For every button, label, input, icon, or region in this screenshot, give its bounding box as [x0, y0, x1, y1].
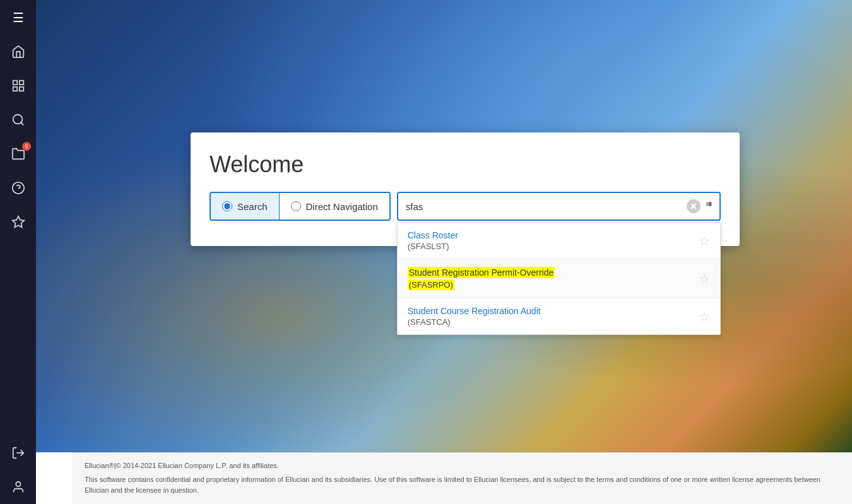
- result-name-1: Class Roster: [408, 230, 692, 240]
- result-code-wrap-2: (SFASRPO): [408, 278, 692, 290]
- search-input[interactable]: [406, 201, 687, 212]
- result-text-1: Class Roster (SFASLST): [408, 230, 692, 251]
- footer: Ellucian®|© 2014-2021 Ellucian Company L…: [72, 452, 852, 504]
- tab-direct-label: Direct Navigation: [306, 201, 378, 212]
- search-input-icons: [687, 199, 714, 214]
- favorite-star-2[interactable]: ☆: [699, 271, 710, 286]
- result-text-3: Student Course Registration Audit (SFAST…: [408, 306, 692, 327]
- footer-line1: Ellucian®|© 2014-2021 Ellucian Company L…: [85, 460, 839, 472]
- svg-point-10: [16, 482, 20, 486]
- nav-tabs: Search Direct Navigation: [210, 192, 391, 221]
- menu-toggle[interactable]: ☰: [0, 0, 36, 35]
- clear-search-icon[interactable]: [687, 199, 701, 213]
- svg-point-4: [13, 115, 22, 124]
- result-code-3: (SFASTCA): [408, 317, 692, 327]
- background-area: Welcome Search Direct Navigation: [36, 0, 852, 452]
- result-text-2: Student Registration Permit-Override (SF…: [408, 267, 692, 290]
- favorite-star-1[interactable]: ☆: [699, 233, 710, 249]
- modal-title: Welcome: [210, 151, 721, 178]
- main-content: Welcome Search Direct Navigation: [36, 0, 852, 504]
- result-name-3: Student Course Registration Audit: [408, 306, 692, 316]
- sidebar-item-grid[interactable]: [0, 69, 36, 103]
- svg-rect-0: [13, 81, 16, 85]
- svg-line-5: [21, 122, 23, 125]
- result-code-1: (SFASLST): [408, 242, 692, 251]
- sidebar: ☰ 5: [0, 0, 36, 504]
- svg-rect-3: [19, 87, 23, 91]
- search-radio[interactable]: [222, 201, 232, 211]
- tab-search[interactable]: Search: [211, 193, 279, 220]
- svg-rect-1: [19, 81, 23, 85]
- sidebar-item-favorites[interactable]: [0, 205, 36, 239]
- favorite-star-3[interactable]: ☆: [699, 309, 710, 324]
- result-item-2[interactable]: Student Registration Permit-Override (SF…: [398, 259, 720, 298]
- footer-line2: This software contains confidential and …: [85, 474, 839, 496]
- hamburger-icon: ☰: [13, 10, 24, 25]
- tab-search-label: Search: [237, 201, 268, 212]
- welcome-modal: Welcome Search Direct Navigation: [191, 132, 740, 246]
- modal-body: Search Direct Navigation: [210, 192, 721, 221]
- search-box-wrap: Class Roster (SFASLST) ☆ Student Registr…: [397, 192, 721, 221]
- sort-icon[interactable]: [703, 199, 714, 214]
- folder-badge: 5: [22, 142, 31, 151]
- svg-marker-8: [12, 216, 23, 227]
- sidebar-item-help[interactable]: [0, 171, 36, 205]
- result-code-highlighted-2: (SFASRPO): [408, 279, 454, 290]
- tab-direct[interactable]: Direct Navigation: [280, 193, 389, 220]
- svg-rect-2: [13, 87, 16, 91]
- sidebar-item-home[interactable]: [0, 35, 36, 69]
- search-input-row: [397, 192, 721, 221]
- sidebar-item-signout[interactable]: [0, 436, 36, 470]
- result-name-2: Student Registration Permit-Override: [408, 267, 692, 278]
- result-name-highlighted-2: Student Registration Permit-Override: [408, 267, 555, 278]
- sidebar-item-user[interactable]: [0, 470, 36, 504]
- result-item-1[interactable]: Class Roster (SFASLST) ☆: [398, 223, 720, 259]
- result-item-3[interactable]: Student Course Registration Audit (SFAST…: [398, 298, 720, 334]
- sidebar-item-search[interactable]: [0, 103, 36, 137]
- search-results-dropdown: Class Roster (SFASLST) ☆ Student Registr…: [397, 222, 721, 335]
- sidebar-item-folder[interactable]: 5: [0, 137, 36, 171]
- direct-radio[interactable]: [291, 201, 301, 211]
